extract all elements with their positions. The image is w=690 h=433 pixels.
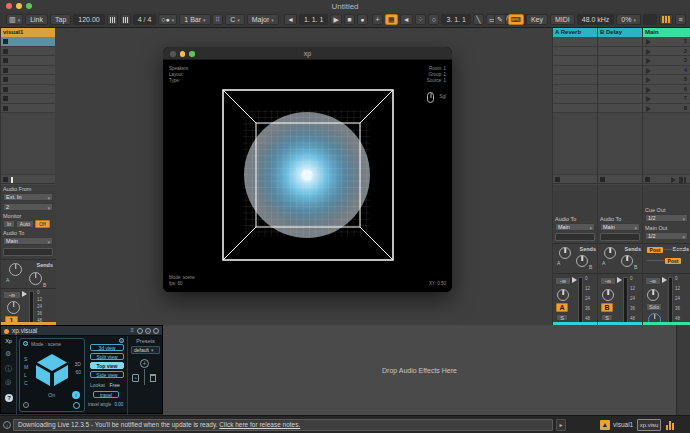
- device-xp-visual[interactable]: xp.visual ≡ ◦ ▪ – Xp ⚙ ⓘ ◎ ? x Mode : sc…: [0, 325, 163, 414]
- clip-grid-empty[interactable]: [1, 113, 55, 175]
- send-b-knob[interactable]: [29, 272, 42, 285]
- stop-clips-row[interactable]: [1, 175, 55, 184]
- update-notification[interactable]: Downloading Live 12.3.5 - You'll be noti…: [13, 419, 553, 431]
- settings-icon[interactable]: ◎: [5, 378, 11, 386]
- clip-stop-icon[interactable]: [3, 96, 8, 101]
- input-channel-select[interactable]: 2▾: [3, 203, 53, 211]
- stop-clips-row[interactable]: [598, 175, 642, 184]
- volume-display[interactable]: -∞: [600, 277, 616, 285]
- key-map-button[interactable]: Key: [526, 14, 548, 25]
- track-visual1[interactable]: visual1 Audio From Ext. In▾ 2▾ Monitor I…: [0, 28, 55, 325]
- track-a-reverb[interactable]: A Reverb Audio To Main▾ Sends A B -∞ 0 1…: [552, 28, 597, 325]
- scene-row[interactable]: 6: [643, 85, 690, 95]
- scene-launch-icon[interactable]: [646, 58, 651, 64]
- view-close-icon[interactable]: x: [119, 338, 124, 343]
- plugin-close-icon[interactable]: [170, 51, 176, 57]
- send-b-knob[interactable]: [621, 255, 633, 267]
- nudge-up-icon[interactable]: [120, 14, 131, 25]
- plugin-minimize-icon[interactable]: [180, 51, 186, 57]
- travel-button[interactable]: travel: [93, 391, 119, 398]
- monitor-in-button[interactable]: In: [3, 220, 15, 228]
- pencil-icon[interactable]: ✎: [494, 14, 506, 25]
- tap-tempo-button[interactable]: Tap: [50, 14, 71, 25]
- travel-angle-value[interactable]: 0.00: [115, 402, 124, 407]
- scene-row[interactable]: 1: [643, 37, 690, 47]
- max-indicator-icon[interactable]: [600, 420, 610, 430]
- audio-to-select[interactable]: Main▾: [555, 223, 595, 231]
- fader-handle[interactable]: [572, 277, 577, 283]
- track-activator-button[interactable]: A: [556, 303, 568, 312]
- copy-preset-icon[interactable]: a: [132, 374, 139, 382]
- tempo-display[interactable]: 120.00: [73, 14, 104, 25]
- scene-launch-icon[interactable]: [646, 96, 651, 102]
- view-side-button[interactable]: Side view: [90, 371, 124, 378]
- device-save-icon[interactable]: ▪: [145, 328, 151, 334]
- cpu-meter[interactable]: 0%▾: [616, 14, 641, 25]
- power-label[interactable]: On: [48, 392, 55, 398]
- clip-stop-icon[interactable]: [3, 58, 8, 63]
- scene-row[interactable]: 8: [643, 104, 690, 114]
- clip-stop-icon[interactable]: [3, 49, 8, 54]
- clip-stop-icon[interactable]: [3, 77, 8, 82]
- clip-stop-icon[interactable]: [3, 106, 8, 111]
- track-a-header[interactable]: A Reverb: [553, 28, 597, 37]
- punch-in-icon[interactable]: ◄: [400, 14, 413, 25]
- computer-midi-keyboard-icon[interactable]: ⌨: [508, 14, 524, 25]
- device-view-fold-strip[interactable]: [676, 325, 690, 415]
- scale-name-menu[interactable]: Major▾: [247, 14, 279, 25]
- add-preset-icon[interactable]: +: [140, 359, 149, 368]
- delete-preset-icon[interactable]: [150, 374, 156, 382]
- scene-row[interactable]: 7: [643, 94, 690, 104]
- pan-knob[interactable]: [647, 289, 659, 301]
- follow-icon[interactable]: ◄: [284, 14, 297, 25]
- track-main-header[interactable]: Main: [643, 28, 690, 37]
- clip-slot[interactable]: [1, 66, 55, 76]
- pan-knob[interactable]: [602, 289, 614, 301]
- gear-icon[interactable]: ⚙: [5, 350, 11, 358]
- clip-stop-icon[interactable]: [555, 177, 560, 182]
- clip-stop-icon[interactable]: [3, 87, 8, 92]
- clip-slot[interactable]: [1, 56, 55, 66]
- draw-mode-icon[interactable]: ╲: [473, 14, 484, 25]
- loop-start-display[interactable]: 3. 1. 1: [441, 14, 470, 25]
- view-3d-button[interactable]: 3d view: [90, 344, 124, 351]
- stop-all-clips-row[interactable]: [643, 175, 690, 184]
- smlc-letters[interactable]: SM LC: [24, 355, 28, 387]
- scene-row[interactable]: 2: [643, 47, 690, 57]
- send-b-knob[interactable]: [576, 255, 588, 267]
- plugin-window-xp[interactable]: xp: [163, 47, 452, 292]
- punch-out-icon[interactable]: ○: [428, 14, 439, 25]
- device-map-icon[interactable]: ◦: [137, 328, 143, 334]
- scene-launch-icon[interactable]: [646, 77, 651, 83]
- solo-button[interactable]: S: [556, 314, 568, 321]
- audio-to-select[interactable]: Main▾: [3, 237, 53, 245]
- info-icon[interactable]: ⓘ: [5, 364, 12, 374]
- audio-to-select[interactable]: Main▾: [600, 223, 640, 231]
- stop-button[interactable]: ■: [344, 14, 355, 25]
- main-out-select[interactable]: 1/2▾: [645, 232, 688, 240]
- record-button[interactable]: ●: [357, 14, 368, 25]
- volume-display[interactable]: -∞: [3, 291, 21, 299]
- play-button[interactable]: ▶: [330, 14, 341, 25]
- scene-launch-icon[interactable]: [646, 106, 651, 112]
- clip-stop-icon[interactable]: [600, 177, 605, 182]
- metronome-icon[interactable]: ○●▾: [158, 14, 177, 25]
- link-button[interactable]: Link: [25, 14, 48, 25]
- menu-icon[interactable]: ≡: [675, 14, 686, 25]
- preset-select[interactable]: default▾: [131, 346, 160, 354]
- view-top-button[interactable]: Top view: [90, 362, 124, 369]
- plugin-zoom-icon[interactable]: [189, 51, 195, 57]
- clip-stop-icon[interactable]: [3, 39, 8, 44]
- clip-slot[interactable]: [1, 85, 55, 95]
- key-root-menu[interactable]: C▾: [225, 14, 245, 25]
- volume-display[interactable]: -∞: [555, 277, 571, 285]
- release-notes-link[interactable]: Click here for release notes.: [219, 421, 300, 428]
- send-a-knob[interactable]: [9, 263, 22, 276]
- scene-row[interactable]: 5: [643, 75, 690, 85]
- nudge-down-icon[interactable]: [107, 14, 118, 25]
- reset-icon[interactable]: !: [23, 402, 29, 408]
- scene-row[interactable]: 3: [643, 56, 690, 66]
- scene-launch-icon[interactable]: [646, 87, 651, 93]
- ring-icon[interactable]: [73, 402, 80, 409]
- scene-launch-icon[interactable]: [646, 49, 651, 55]
